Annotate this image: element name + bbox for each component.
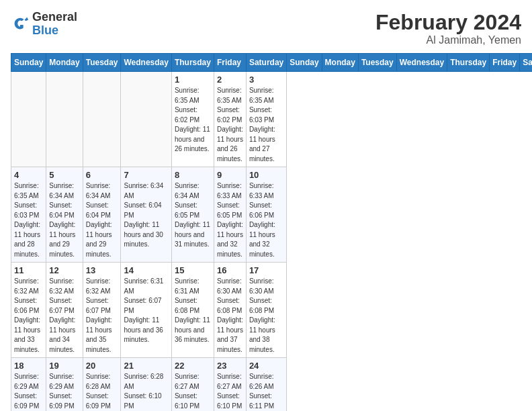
day-number: 4 (14, 170, 43, 180)
day-number: 22 (175, 361, 211, 371)
day-info: Sunrise: 6:35 AM Sunset: 6:03 PM Dayligh… (249, 86, 283, 164)
day-info: Sunrise: 6:31 AM Sunset: 6:08 PM Dayligh… (175, 277, 211, 345)
calendar-day-cell: 10Sunrise: 6:33 AM Sunset: 6:06 PM Dayli… (246, 167, 286, 263)
logo-general-text: General (32, 10, 77, 24)
calendar-day-cell: 7Sunrise: 6:34 AM Sunset: 6:04 PM Daylig… (121, 167, 171, 263)
day-number: 23 (217, 361, 243, 371)
day-number: 20 (86, 361, 118, 371)
day-info: Sunrise: 6:27 AM Sunset: 6:10 PM Dayligh… (217, 372, 243, 411)
day-number: 18 (14, 361, 43, 371)
day-number: 12 (49, 265, 79, 275)
calendar-day-cell: 12Sunrise: 6:32 AM Sunset: 6:07 PM Dayli… (46, 263, 83, 358)
calendar-day-header: Friday (490, 54, 520, 72)
title-block: February 2024 Al Jamimah, Yemen (375, 11, 521, 46)
calendar-week-row: 1Sunrise: 6:35 AM Sunset: 6:02 PM Daylig… (11, 72, 533, 167)
day-number: 1 (175, 75, 211, 85)
calendar-day-cell: 23Sunrise: 6:27 AM Sunset: 6:10 PM Dayli… (214, 358, 246, 411)
day-info: Sunrise: 6:32 AM Sunset: 6:07 PM Dayligh… (86, 277, 118, 355)
calendar-day-cell: 22Sunrise: 6:27 AM Sunset: 6:10 PM Dayli… (171, 358, 214, 411)
calendar-day-cell: 3Sunrise: 6:35 AM Sunset: 6:03 PM Daylig… (246, 72, 286, 167)
calendar-day-cell: 19Sunrise: 6:29 AM Sunset: 6:09 PM Dayli… (46, 358, 83, 411)
day-info: Sunrise: 6:34 AM Sunset: 6:04 PM Dayligh… (86, 181, 118, 259)
calendar-day-header: Sunday (11, 54, 46, 72)
calendar-table: SundayMondayTuesdayWednesdayThursdayFrid… (11, 53, 532, 411)
day-number: 16 (217, 265, 243, 275)
calendar-day-cell: 24Sunrise: 6:26 AM Sunset: 6:11 PM Dayli… (246, 358, 286, 411)
day-number: 7 (124, 170, 168, 180)
logo-blue-text: Blue (32, 24, 58, 37)
day-number: 14 (124, 265, 168, 275)
calendar-week-row: 11Sunrise: 6:32 AM Sunset: 6:06 PM Dayli… (11, 263, 533, 358)
day-info: Sunrise: 6:29 AM Sunset: 6:09 PM Dayligh… (14, 372, 43, 411)
day-number: 11 (14, 265, 43, 275)
day-number: 5 (49, 170, 79, 180)
day-number: 13 (86, 265, 118, 275)
day-info: Sunrise: 6:34 AM Sunset: 6:04 PM Dayligh… (49, 181, 79, 259)
calendar-day-header: Saturday (246, 54, 286, 72)
calendar-day-header: Tuesday (358, 54, 396, 72)
day-info: Sunrise: 6:35 AM Sunset: 6:02 PM Dayligh… (175, 86, 211, 154)
calendar-day-cell: 11Sunrise: 6:32 AM Sunset: 6:06 PM Dayli… (11, 263, 46, 358)
calendar-day-cell: 2Sunrise: 6:35 AM Sunset: 6:02 PM Daylig… (214, 72, 246, 167)
calendar-week-row: 4Sunrise: 6:35 AM Sunset: 6:03 PM Daylig… (11, 167, 533, 263)
day-info: Sunrise: 6:33 AM Sunset: 6:05 PM Dayligh… (217, 181, 243, 259)
day-number: 9 (217, 170, 243, 180)
calendar-day-cell (83, 72, 121, 167)
calendar-day-cell: 5Sunrise: 6:34 AM Sunset: 6:04 PM Daylig… (46, 167, 83, 263)
page-header: General Blue February 2024 Al Jamimah, Y… (11, 11, 521, 46)
calendar-day-header: Wednesday (396, 54, 447, 72)
day-info: Sunrise: 6:32 AM Sunset: 6:06 PM Dayligh… (14, 277, 43, 355)
calendar-day-cell: 21Sunrise: 6:28 AM Sunset: 6:10 PM Dayli… (121, 358, 171, 411)
calendar-header-row: SundayMondayTuesdayWednesdayThursdayFrid… (11, 54, 533, 72)
calendar-day-cell: 13Sunrise: 6:32 AM Sunset: 6:07 PM Dayli… (83, 263, 121, 358)
day-info: Sunrise: 6:30 AM Sunset: 6:08 PM Dayligh… (217, 277, 243, 355)
logo: General Blue (11, 11, 77, 38)
day-info: Sunrise: 6:32 AM Sunset: 6:07 PM Dayligh… (49, 277, 79, 355)
day-number: 2 (217, 75, 243, 85)
day-info: Sunrise: 6:34 AM Sunset: 6:04 PM Dayligh… (124, 181, 168, 250)
day-info: Sunrise: 6:31 AM Sunset: 6:07 PM Dayligh… (124, 277, 168, 345)
day-number: 17 (249, 265, 283, 275)
day-number: 15 (175, 265, 211, 275)
day-number: 10 (249, 170, 283, 180)
day-info: Sunrise: 6:33 AM Sunset: 6:06 PM Dayligh… (249, 181, 283, 259)
calendar-day-cell: 9Sunrise: 6:33 AM Sunset: 6:05 PM Daylig… (214, 167, 246, 263)
calendar-day-header: Tuesday (83, 54, 121, 72)
calendar-day-cell: 17Sunrise: 6:30 AM Sunset: 6:08 PM Dayli… (246, 263, 286, 358)
day-number: 24 (249, 361, 283, 371)
calendar-week-row: 18Sunrise: 6:29 AM Sunset: 6:09 PM Dayli… (11, 358, 533, 411)
calendar-day-cell (46, 72, 83, 167)
day-info: Sunrise: 6:30 AM Sunset: 6:08 PM Dayligh… (249, 277, 283, 355)
calendar-day-header: Saturday (520, 54, 532, 72)
calendar-day-cell: 20Sunrise: 6:28 AM Sunset: 6:09 PM Dayli… (83, 358, 121, 411)
calendar-day-cell: 16Sunrise: 6:30 AM Sunset: 6:08 PM Dayli… (214, 263, 246, 358)
day-info: Sunrise: 6:35 AM Sunset: 6:02 PM Dayligh… (217, 86, 243, 164)
calendar-day-header: Sunday (287, 54, 322, 72)
day-info: Sunrise: 6:26 AM Sunset: 6:11 PM Dayligh… (249, 372, 283, 411)
day-number: 21 (124, 361, 168, 371)
calendar-day-header: Monday (322, 54, 358, 72)
calendar-day-header: Friday (214, 54, 246, 72)
calendar-day-header: Wednesday (121, 54, 171, 72)
calendar-day-cell: 18Sunrise: 6:29 AM Sunset: 6:09 PM Dayli… (11, 358, 46, 411)
calendar-day-cell (121, 72, 171, 167)
calendar-day-cell: 4Sunrise: 6:35 AM Sunset: 6:03 PM Daylig… (11, 167, 46, 263)
calendar-day-cell: 14Sunrise: 6:31 AM Sunset: 6:07 PM Dayli… (121, 263, 171, 358)
calendar-day-header: Thursday (171, 54, 214, 72)
logo-icon (11, 15, 30, 34)
calendar-day-cell: 8Sunrise: 6:34 AM Sunset: 6:05 PM Daylig… (171, 167, 214, 263)
calendar-day-cell: 6Sunrise: 6:34 AM Sunset: 6:04 PM Daylig… (83, 167, 121, 263)
day-number: 8 (175, 170, 211, 180)
month-title: February 2024 (375, 11, 521, 34)
day-info: Sunrise: 6:28 AM Sunset: 6:10 PM Dayligh… (124, 372, 168, 411)
calendar-day-cell: 1Sunrise: 6:35 AM Sunset: 6:02 PM Daylig… (171, 72, 214, 167)
day-number: 19 (49, 361, 79, 371)
day-info: Sunrise: 6:28 AM Sunset: 6:09 PM Dayligh… (86, 372, 118, 411)
calendar-day-header: Monday (46, 54, 83, 72)
day-info: Sunrise: 6:35 AM Sunset: 6:03 PM Dayligh… (14, 181, 43, 259)
day-number: 6 (86, 170, 118, 180)
day-number: 3 (249, 75, 283, 85)
location-title: Al Jamimah, Yemen (375, 34, 521, 46)
calendar-day-header: Thursday (447, 54, 490, 72)
calendar-day-cell (11, 72, 46, 167)
